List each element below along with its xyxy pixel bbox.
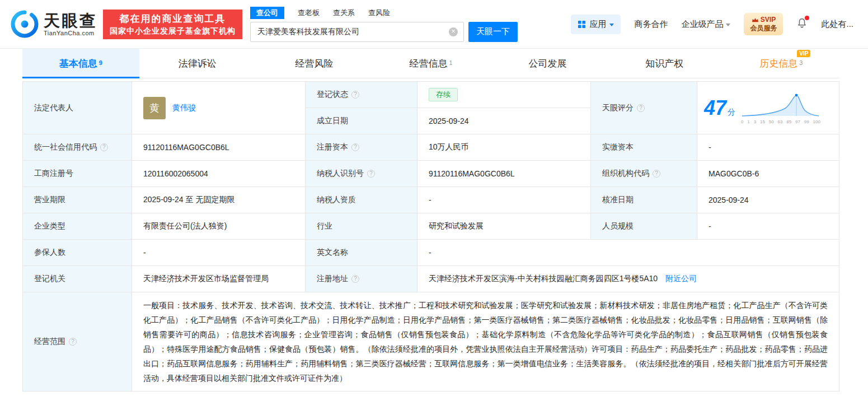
field-label: 英文名称 (317, 248, 348, 257)
tab-operating-risk[interactable]: 经营风险 (256, 49, 373, 78)
search-tab-boss[interactable]: 查老板 (298, 8, 320, 18)
field-label: 营业期限 (34, 195, 65, 204)
field-label: 核准日期 (602, 195, 634, 204)
value-business-scope: 一般项目：技术服务、技术开发、技术咨询、技术交流、技术转让、技术推广；工程和技术… (132, 292, 839, 392)
tab-history-info[interactable]: 历史信息 3 VIP (722, 49, 839, 78)
promo-banner: 都在用的商业查询工具 国家中小企业发展子基金旗下机构 (103, 10, 242, 39)
enterprise-products-menu[interactable]: 企业级产品 (681, 19, 730, 30)
nearby-companies-link[interactable]: 附近公司 (665, 274, 697, 283)
score-axis-tick: 63 (778, 119, 783, 124)
promo-line1: 都在用的商业查询工具 (110, 12, 236, 25)
user-menu[interactable]: 此处有... (821, 19, 853, 30)
field-label: 实缴资本 (602, 142, 634, 151)
clear-icon[interactable]: × (449, 27, 458, 36)
score-curve (741, 91, 820, 117)
field-label: 法定代表人 (34, 103, 73, 112)
tab-label: 基本信息 (59, 57, 97, 70)
value-approval-date: 2025-09-24 (697, 187, 839, 213)
value-english-name: - (417, 240, 839, 266)
search-tab-company[interactable]: 查公司 (250, 7, 284, 19)
help-icon[interactable] (69, 338, 77, 346)
label-english-name: 英文名称 (306, 240, 417, 266)
tianyancha-logo[interactable]: 天眼查 TianYanCha.com (10, 10, 97, 39)
legal-rep-avatar[interactable]: 黄 (143, 97, 166, 119)
brand-name: 天眼查 (44, 12, 97, 30)
value-credit-code: 91120116MAG0GC0B6L (132, 134, 306, 161)
label-reg-address: 注册地址 (306, 266, 417, 292)
score-number: 47分 (704, 96, 735, 120)
logo-text: 天眼查 TianYanCha.com (44, 12, 97, 36)
field-label: 人员规模 (602, 221, 634, 230)
svip-membership-badge[interactable]: SVIP 会员服务 (744, 13, 783, 35)
label-approval-date: 核准日期 (591, 187, 697, 213)
tab-label: 法律诉讼 (179, 57, 217, 70)
help-icon[interactable] (351, 275, 359, 283)
basic-info-section: 法定代表人 黄 黄伟骏 登记状态 存续 天眼评分 47分 (0, 81, 868, 392)
help-icon[interactable] (653, 170, 660, 178)
value-establish-date: 2025-09-24 (417, 108, 591, 134)
search-button[interactable]: 天眼一下 (468, 22, 518, 42)
business-scope-text: 一般项目：技术服务、技术开发、技术咨询、技术交流、技术转让、技术推广；工程和技术… (143, 298, 828, 385)
company-info-table: 法定代表人 黄 黄伟骏 登记状态 存续 天眼评分 47分 (22, 81, 839, 392)
tab-legal-proceedings[interactable]: 法律诉讼 (139, 49, 256, 78)
tab-label: 公司发展 (529, 57, 567, 70)
score-axis-tick: 3 (754, 119, 756, 124)
field-label: 纳税人资质 (317, 195, 356, 204)
help-icon[interactable] (100, 143, 108, 151)
top-header: 天眼查 TianYanCha.com 都在用的商业查询工具 国家中小企业发展子基… (0, 0, 868, 49)
score-axis-tick: 97 (795, 119, 800, 124)
tab-intellectual-property[interactable]: 知识产权 (606, 49, 723, 78)
tab-label: 经营风险 (295, 57, 333, 70)
tab-basic-info[interactable]: 基本信息9 (22, 49, 139, 78)
score-axis-tick: 15 (760, 119, 765, 124)
vip-badge: VIP (797, 50, 810, 57)
value-industry: 研究和试验发展 (417, 213, 591, 240)
tab-count: 9 (99, 59, 102, 66)
help-icon[interactable] (351, 143, 359, 151)
crown-icon (752, 17, 759, 23)
search-tab-relation[interactable]: 查关系 (333, 8, 355, 18)
tab-label: 知识产权 (645, 57, 683, 70)
tab-operating-info[interactable]: 经营信息1 (373, 49, 490, 78)
score-axis-tick: 0 (741, 119, 743, 124)
business-cooperation-link[interactable]: 商务合作 (634, 19, 668, 30)
apps-menu[interactable]: 应用 (571, 15, 621, 34)
field-label: 成立日期 (317, 116, 348, 125)
label-company-type: 企业类型 (23, 213, 132, 240)
page: 天眼查 TianYanCha.com 都在用的商业查询工具 国家中小企业发展子基… (0, 0, 868, 410)
label-business-scope: 经营范围 (23, 292, 132, 392)
value-reg-address: 天津经济技术开发区滨海-中关村科技园融汇商务园四区1号楼5A10 附近公司 (417, 266, 839, 292)
label-score: 天眼评分 (591, 82, 697, 134)
label-staff-size: 人员规模 (591, 213, 697, 240)
field-label: 经营范围 (34, 337, 65, 346)
chevron-down-icon (726, 24, 730, 26)
tab-count: 1 (449, 59, 452, 66)
svip-label: SVIP (761, 16, 776, 24)
help-icon[interactable] (637, 104, 645, 112)
search-input[interactable] (251, 27, 449, 36)
label-insured-count: 参保人数 (23, 240, 132, 266)
legal-rep-name-link[interactable]: 黄伟骏 (172, 103, 196, 113)
label-taxpayer-id: 纳税人识别号 (306, 161, 417, 187)
label-reg-capital: 注册资本 (306, 134, 417, 161)
score-axis-tick: 1 (747, 119, 749, 124)
value-score[interactable]: 47分 0 1 (697, 82, 839, 134)
tab-company-development[interactable]: 公司发展 (489, 49, 606, 78)
value-legal-rep: 黄 黄伟骏 (132, 82, 306, 134)
score-chart: 0 1 3 15 50 63 85 97 99 100 (741, 91, 820, 124)
search-area: 查公司 查老板 查关系 查风险 × 天眼一下 (250, 7, 518, 42)
section-tabs: 基本信息9 法律诉讼 经营风险 经营信息1 公司发展 知识产权 历史信息 3 V… (22, 49, 839, 78)
field-label: 参保人数 (34, 248, 65, 257)
help-icon[interactable] (367, 170, 375, 178)
help-icon[interactable] (351, 91, 359, 99)
notification-bell-icon[interactable] (796, 17, 808, 31)
chevron-down-icon (609, 24, 614, 26)
tab-count: 3 (799, 59, 803, 66)
label-establish-date: 成立日期 (306, 108, 417, 134)
label-reg-number: 工商注册号 (23, 161, 132, 187)
score-value: 47 (704, 96, 726, 119)
value-taxpayer-quality: - (417, 187, 591, 213)
search-tab-risk[interactable]: 查风险 (368, 8, 390, 18)
score-axis-tick: 85 (786, 119, 791, 124)
value-org-code: MAG0GC0B-6 (697, 161, 839, 187)
